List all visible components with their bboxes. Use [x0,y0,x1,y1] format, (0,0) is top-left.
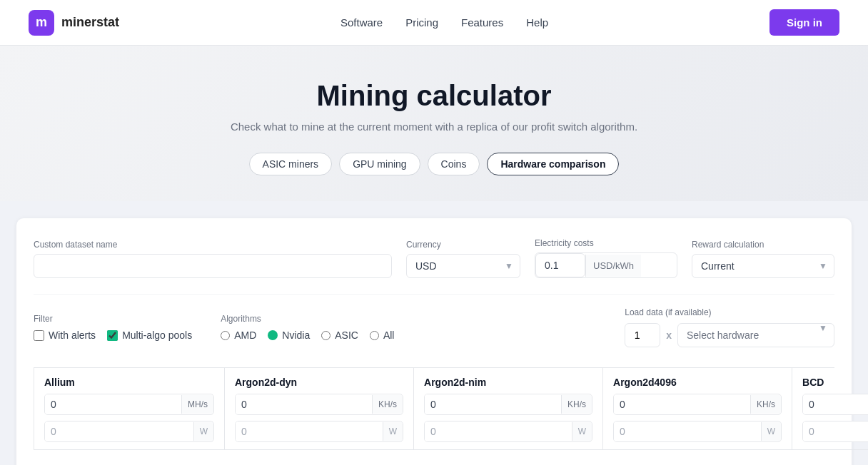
electricity-input[interactable] [535,253,585,277]
reward-select-wrapper: Current 24h average 3-day average 7-day … [692,254,834,278]
electricity-unit: USD/kWh [585,255,641,277]
algo-hashrate-row: KH/s [424,394,592,415]
algo-hashrate-input[interactable] [45,394,181,414]
tab-hardware-comparison[interactable]: Hardware comparison [487,153,619,175]
algo-amd-radio[interactable] [221,331,230,340]
currency-label: Currency [406,240,520,250]
algo-name: BCD [802,377,868,388]
multiplier-x-icon: x [666,329,672,341]
algo-asic-label[interactable]: ASIC [321,329,358,341]
algo-cell-argon2ddyn: Argon2d-dyn KH/s W [225,368,414,450]
header: m minerstat Software Pricing Features He… [0,0,868,46]
algo-hashrate-row: MH/s [44,394,214,415]
algo-watt-row: W [613,421,782,442]
currency-select[interactable]: USD EUR BTC ETH [406,254,520,278]
hero-section: Mining calculator Check what to mine at … [0,46,868,201]
algo-cell-argon2dnim: Argon2d-nim KH/s W [414,368,603,450]
nav-software[interactable]: Software [340,16,383,29]
nav-help[interactable]: Help [526,16,548,29]
tab-pills: ASIC miners GPU mining Coins Hardware co… [14,153,854,175]
algo-hashrate-unit: KH/s [372,395,403,414]
algo-amd-label[interactable]: AMD [221,329,256,341]
load-data-controls: x Select hardware ▼ [625,323,834,347]
tab-gpu-mining[interactable]: GPU mining [339,153,420,175]
tab-asic-miners[interactable]: ASIC miners [249,153,333,175]
algo-name: Argon2d-dyn [235,377,403,388]
with-alerts-label[interactable]: With alerts [34,329,96,341]
load-data-section: Load data (if available) x Select hardwa… [625,307,834,347]
logo-text: minerstat [61,15,119,30]
electricity-input-wrapper: USD/kWh [535,252,677,278]
multi-algo-label[interactable]: Multi-algo pools [107,329,192,341]
algo-watt-input[interactable] [236,421,383,441]
currency-select-wrapper: USD EUR BTC ETH ▼ [406,254,520,278]
algo-name: Argon2d4096 [613,377,782,388]
hero-subtitle: Check what to mine at the current moment… [14,121,854,133]
algo-watt-row: W [235,421,403,442]
reward-select[interactable]: Current 24h average 3-day average 7-day … [692,254,834,278]
algo-hashrate-input[interactable] [803,394,868,414]
multiplier-input[interactable] [625,323,660,347]
algo-watt-row: W [44,421,214,442]
dataset-group: Custom dataset name [34,240,392,278]
dataset-input[interactable] [34,254,392,278]
algo-hashrate-row: KH/s [613,394,782,415]
electricity-label: Electricity costs [535,238,677,248]
algo-watt-input[interactable] [614,421,761,441]
form-row-1: Custom dataset name Currency USD EUR BTC… [34,238,834,278]
multi-algo-checkbox[interactable] [107,330,118,341]
filter-section-label: Filter [34,314,192,324]
algo-radio-controls: AMD Nvidia ASIC All [221,329,394,341]
hero-title: Mining calculator [14,80,854,112]
algo-nvidia-indicator [268,330,278,340]
algo-cell-bcd: BCD MH/s W [792,368,868,450]
algo-watt-input[interactable] [45,421,193,441]
signin-button[interactable]: Sign in [769,9,839,36]
algo-watt-row: W [424,421,592,442]
algo-all-label[interactable]: All [370,329,395,341]
algo-watt-unit: W [572,422,592,441]
nav-features[interactable]: Features [461,16,503,29]
hardware-select-wrapper: Select hardware ▼ [677,323,834,347]
algo-hashrate-input[interactable] [614,394,750,414]
algo-hashrate-input[interactable] [236,394,372,414]
filter-row: Filter With alerts Multi-algo pools Algo… [34,294,834,347]
algo-watt-input[interactable] [425,421,572,441]
dataset-label: Custom dataset name [34,240,392,250]
algo-hashrate-unit: KH/s [561,395,592,414]
algo-hashrate-input[interactable] [425,394,561,414]
algo-watt-unit: W [761,422,781,441]
currency-group: Currency USD EUR BTC ETH ▼ [406,240,520,278]
algo-hashrate-unit: KH/s [750,395,781,414]
algo-cell-argon2d4096: Argon2d4096 KH/s W [603,368,792,450]
main-nav: Software Pricing Features Help [340,16,548,29]
logo-icon: m [29,10,54,36]
algorithms-section: Algorithms AMD Nvidia ASIC All [221,314,394,341]
algo-asic-radio[interactable] [321,331,330,340]
reward-label: Reward calculation [692,240,834,250]
algo-name: Allium [44,377,214,388]
algo-watt-row: W [802,421,868,442]
algo-watt-unit: W [383,422,403,441]
algo-nvidia-label[interactable]: Nvidia [268,329,310,341]
algo-name: Argon2d-nim [424,377,592,388]
nav-pricing[interactable]: Pricing [405,16,438,29]
calculate-area: Calculate [34,450,834,465]
reward-group: Reward calculation Current 24h average 3… [692,240,834,278]
algo-watt-unit: W [193,422,213,441]
algorithms-section-label: Algorithms [221,314,394,324]
algorithms-grid: Allium MH/s W Argon2d-dyn KH/s W Argon2d… [34,367,834,450]
with-alerts-checkbox[interactable] [34,330,44,341]
hardware-select[interactable]: Select hardware [677,323,834,347]
filter-controls: With alerts Multi-algo pools [34,329,192,341]
algo-hashrate-row: KH/s [235,394,403,415]
algo-hashrate-row: MH/s [802,394,868,415]
tab-coins[interactable]: Coins [428,153,480,175]
algo-all-radio[interactable] [370,331,379,340]
algo-hashrate-unit: MH/s [181,395,213,414]
load-data-label: Load data (if available) [625,307,834,317]
logo-area: m minerstat [29,10,119,36]
electricity-group: Electricity costs USD/kWh [535,238,677,278]
algo-watt-input[interactable] [803,421,868,441]
algo-cell-allium: Allium MH/s W [34,368,225,450]
